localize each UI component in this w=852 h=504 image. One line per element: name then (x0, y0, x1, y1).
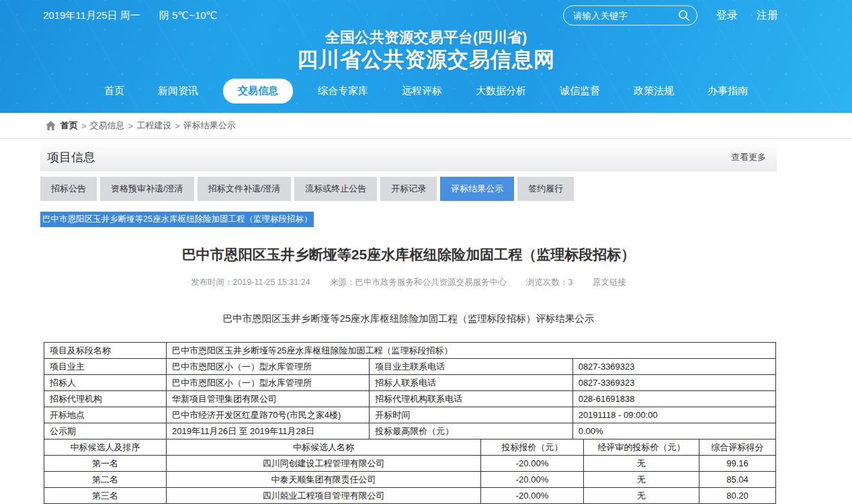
breadcrumb-separator: > (175, 121, 180, 131)
info-label: 开标地点 (44, 407, 167, 423)
breadcrumb: 首页 > 交易信息 > 工程建设 > 评标结果公示 (0, 113, 852, 139)
tab-bid-doc-supplement[interactable]: 招标文件补遗/澄清 (198, 177, 292, 201)
breadcrumb-eval-result[interactable]: 评标结果公示 (183, 120, 236, 132)
top-bar: 2019年11月25日 周一 阴 5℃~10℃ 登录 注册 (0, 0, 852, 26)
search-input[interactable] (572, 10, 673, 22)
nav-item-guide[interactable]: 办事指南 (706, 79, 749, 103)
register-link[interactable]: 注册 (757, 9, 778, 23)
info-label: 招标人 (44, 375, 167, 391)
evaluated-price: 无 (584, 456, 699, 472)
section-header: 项目信息 查看更多 (40, 143, 777, 171)
nav-item-trade-info[interactable]: 交易信息 (223, 79, 293, 103)
info-label: 公示期 (44, 423, 167, 439)
date-weather: 2019年11月25日 周一 阴 5℃~10℃ (43, 9, 217, 22)
tab-termination[interactable]: 流标或终止公告 (294, 177, 377, 201)
score: 99.16 (699, 456, 776, 472)
tab-prequalification[interactable]: 资格预审补遗/澄清 (100, 177, 194, 201)
section-title: 项目信息 (47, 149, 95, 165)
weather-info: 阴 5℃~10℃ (159, 9, 218, 22)
candidates-table: 中标候选人及排序 中标候选人名称 投标报价（元） 经评审的投标价（元） 综合评标… (44, 439, 776, 504)
column-header: 经评审的投标价（元） (584, 439, 699, 456)
column-header: 中标候选人名称 (167, 439, 481, 456)
original-link[interactable]: 原文链接 (593, 278, 626, 287)
bid-price: -20.00% (481, 472, 584, 488)
info-value: 20191118 - 09:00:00 (572, 407, 775, 423)
table-row: 项目业主 巴中市恩阳区小（一）型水库管理所 项目业主联系电话 0827-3369… (44, 359, 776, 375)
breadcrumb-home[interactable]: 首页 (60, 120, 78, 132)
info-value: 巴中市恩阳区小（一）型水库管理所 (167, 375, 370, 391)
info-value: 0.00% (572, 423, 775, 439)
table-row: 项目及标段名称 巴中市恩阳区玉井乡断垭等25座水库枢纽除险加固工程（监理标段招标… (44, 343, 776, 359)
candidate-name: 四川同创建设工程管理有限公司 (167, 456, 481, 472)
breadcrumb-construction[interactable]: 工程建设 (136, 120, 171, 132)
evaluated-price: 无 (584, 472, 699, 488)
project-info-table: 项目及标段名称 巴中市恩阳区玉井乡断垭等25座水库枢纽除险加固工程（监理标段招标… (44, 342, 776, 439)
nav-item-policy[interactable]: 政策法规 (632, 79, 675, 103)
source: 来源：巴中市政务服务和公共资源交易服务中心 (330, 278, 507, 287)
candidate-rank: 第三名 (44, 488, 167, 504)
home-icon (46, 121, 56, 130)
info-label: 招标代理机构联系电话 (370, 391, 572, 407)
info-label: 项目及标段名称 (44, 343, 167, 359)
info-value: 028-61691838 (572, 391, 775, 407)
view-count: 浏览次数：3 (526, 278, 572, 287)
info-label: 招标人联系电话 (370, 375, 572, 391)
breadcrumb-trade-info[interactable]: 交易信息 (90, 120, 125, 132)
current-date: 2019年11月25日 周一 (43, 9, 140, 22)
table-row: 招标人 巴中市恩阳区小（一）型水库管理所 招标人联系电话 0827-336932… (44, 375, 776, 391)
candidate-rank: 第二名 (44, 472, 167, 488)
info-value: 巴中市恩阳区玉井乡断垭等25座水库枢纽除险加固工程（监理标段招标） (167, 343, 776, 359)
table-row: 招标代理机构 华新项目管理集团有限公司 招标代理机构联系电话 028-61691… (44, 391, 776, 407)
nav-item-home[interactable]: 首页 (103, 79, 126, 103)
search-box[interactable] (563, 5, 697, 26)
info-label: 开标时间 (370, 407, 572, 423)
platform-name: 全国公共资源交易平台(四川省) (0, 28, 852, 47)
table-row: 开标地点 巴中市经济开发区红星路70号(市民之家4楼) 开标时间 2019111… (44, 407, 776, 423)
tab-bar: 招标公告 资格预审补遗/澄清 招标文件补遗/澄清 流标或终止公告 开标记录 评标… (40, 177, 777, 201)
evaluated-price: 无 (584, 488, 699, 504)
publish-time: 发布时间：2019-11-25 15:31:24 (191, 278, 310, 287)
search-icon[interactable] (678, 9, 690, 22)
tab-bid-announcement[interactable]: 招标公告 (40, 177, 97, 201)
nav-item-news[interactable]: 新闻资讯 (157, 79, 200, 103)
score: 80.20 (699, 488, 776, 504)
score: 85.04 (699, 472, 776, 488)
table-row: 第三名 四川兢业工程项目管理有限公司 -20.00% 无 80.20 (44, 488, 776, 504)
breadcrumb-separator: > (81, 121, 87, 131)
nav-item-remote-eval[interactable]: 远程评标 (400, 79, 443, 103)
candidate-name: 四川兢业工程项目管理有限公司 (167, 488, 481, 504)
candidate-name: 中泰天顺集团有限责任公司 (167, 472, 481, 488)
tab-eval-result[interactable]: 评标结果公示 (440, 177, 514, 201)
site-header: 2019年11月25日 周一 阴 5℃~10℃ 登录 注册 全国公共资源交易平台… (0, 0, 852, 113)
table-header-row: 中标候选人及排序 中标候选人名称 投标报价（元） 经评审的投标价（元） 综合评标… (44, 439, 776, 456)
view-more-link[interactable]: 查看更多 (731, 151, 766, 163)
project-link-highlighted[interactable]: 巴中市恩阳区玉井乡断垭等25座水库枢纽除险加固工程（监理标段招标） (40, 212, 314, 227)
main-content: 项目信息 查看更多 招标公告 资格预审补遗/澄清 招标文件补遗/澄清 流标或终止… (40, 143, 777, 504)
info-label: 项目业主联系电话 (370, 359, 572, 375)
table-row: 公示期 2019年11月26日 至 2019年11月28日 投标最高限价（元） … (44, 423, 776, 439)
bid-price: -20.00% (481, 488, 584, 504)
nav-item-integrity[interactable]: 诚信监督 (558, 79, 601, 103)
info-value: 巴中市经济开发区红星路70号(市民之家4楼) (167, 407, 370, 423)
info-value: 华新项目管理集团有限公司 (167, 391, 370, 407)
tab-contract-performance[interactable]: 签约履行 (517, 177, 574, 201)
article-meta: 发布时间：2019-11-25 15:31:24 来源：巴中市政务服务和公共资源… (40, 277, 777, 288)
info-label: 招标代理机构 (44, 391, 167, 407)
bid-price: -20.00% (481, 456, 584, 472)
article-title: 巴中市恩阳区玉井乡断垭等25座水库枢纽除险加固工程（监理标段招标） (40, 245, 777, 264)
site-name: 四川省公共资源交易信息网 (0, 47, 852, 73)
nav-item-big-data[interactable]: 大数据分析 (474, 79, 527, 103)
main-nav: 首页 新闻资讯 交易信息 综合专家库 远程评标 大数据分析 诚信监督 政策法规 … (0, 79, 852, 103)
info-value: 0827-3369323 (572, 375, 775, 391)
candidate-rank: 第一名 (44, 456, 167, 472)
column-header: 投标报价（元） (481, 439, 584, 456)
info-label: 投标最高限价（元） (370, 423, 572, 439)
login-link[interactable]: 登录 (716, 9, 738, 23)
info-value: 0827-3369323 (572, 359, 775, 375)
info-value: 2019年11月26日 至 2019年11月28日 (167, 423, 370, 439)
column-header: 综合评标得分 (699, 439, 776, 456)
info-label: 项目业主 (44, 359, 167, 375)
info-value: 巴中市恩阳区小（一）型水库管理所 (167, 359, 370, 375)
tab-bid-opening-record[interactable]: 开标记录 (380, 177, 437, 201)
nav-item-expert-db[interactable]: 综合专家库 (316, 79, 370, 103)
